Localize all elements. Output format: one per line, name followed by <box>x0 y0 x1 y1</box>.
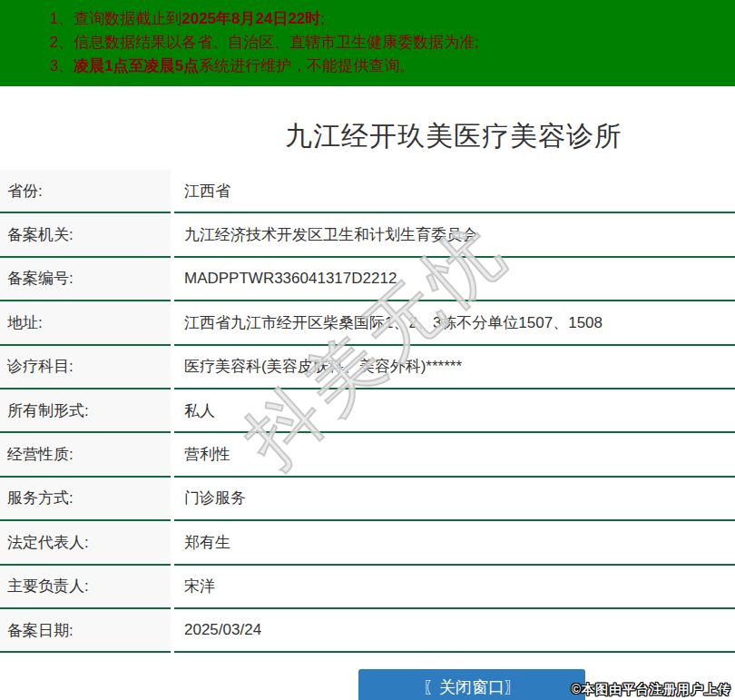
row-value: 医疗美容科(美容皮肤科、美容外科)****** <box>174 346 735 389</box>
row-value: 宋洋 <box>174 566 735 609</box>
notice-text: ; <box>321 10 326 27</box>
notice-number: 2、 <box>50 31 74 54</box>
notice-number: 1、 <box>50 7 74 31</box>
table-row-service-mode: 服务方式: 门诊服务 <box>0 478 735 521</box>
row-label: 地址: <box>0 301 171 345</box>
record-table: 省份: 江西省 备案机关: 九江经济技术开发区卫生和计划生育委员会 备案编号: … <box>0 170 735 653</box>
table-row-filing-number: 备案编号: MADPPTWR336041317D2212 <box>0 258 735 301</box>
row-label: 所有制形式: <box>0 389 171 433</box>
notice-line-3: 3、凌晨1点至凌晨5点系统进行维护，不能提供查询。 <box>50 54 726 78</box>
table-row-filing-authority: 备案机关: 九江经济技术开发区卫生和计划生育委员会 <box>0 213 735 257</box>
row-value: 郑有生 <box>174 521 735 565</box>
row-value: 私人 <box>174 389 735 433</box>
notice-text: 查询数据截止到 <box>74 10 181 27</box>
table-row-province: 省份: 江西省 <box>0 170 735 213</box>
row-label: 法定代表人: <box>0 521 171 565</box>
page-title: 九江经开玖美医疗美容诊所 <box>172 121 735 152</box>
row-label: 服务方式: <box>0 478 171 521</box>
row-label: 诊疗科目: <box>0 346 171 389</box>
row-value: 九江经济技术开发区卫生和计划生育委员会 <box>174 213 735 257</box>
row-value: 2025/03/24 <box>174 609 735 653</box>
row-label: 经营性质: <box>0 433 171 477</box>
row-label: 备案机关: <box>0 213 171 257</box>
row-value: 江西省 <box>174 170 735 213</box>
row-value: 门诊服务 <box>174 478 735 521</box>
table-row-legal-representative: 法定代表人: 郑有生 <box>0 521 735 565</box>
row-label: 备案日期: <box>0 609 171 653</box>
table-row-address: 地址: 江西省九江市经开区柴桑国际1、2、3栋不分单位1507、1508 <box>0 301 735 345</box>
row-label: 省份: <box>0 170 171 213</box>
notice-number: 3、 <box>50 54 74 78</box>
notice-banner: 1、查询数据截止到2025年8月24日22时; 2、信息数据结果以各省、自治区、… <box>0 0 735 86</box>
table-row-filing-date: 备案日期: 2025/03/24 <box>0 609 735 653</box>
close-window-button[interactable]: 〖关闭窗口〗 <box>358 669 585 700</box>
table-row-business-nature: 经营性质: 营利性 <box>0 433 735 477</box>
notice-text-bold: 2025年8月24日22时 <box>181 10 320 27</box>
row-value: 营利性 <box>174 433 735 477</box>
copyright-note: ©本图由平台注册用户上传 <box>572 682 731 698</box>
row-value: MADPPTWR336041317D2212 <box>174 258 735 301</box>
row-label: 主要负责人: <box>0 566 171 609</box>
notice-line-1: 1、查询数据截止到2025年8月24日22时; <box>50 7 726 31</box>
row-label: 备案编号: <box>0 258 171 301</box>
notice-line-2: 2、信息数据结果以各省、自治区、直辖市卫生健康委数据为准; <box>50 31 726 54</box>
table-row-medical-subjects: 诊疗科目: 医疗美容科(美容皮肤科、美容外科)****** <box>0 346 735 389</box>
row-value: 江西省九江市经开区柴桑国际1、2、3栋不分单位1507、1508 <box>174 301 735 345</box>
table-row-main-person-in-charge: 主要负责人: 宋洋 <box>0 566 735 609</box>
notice-text: 信息数据结果以各省、自治区、直辖市卫生健康委数据为准; <box>74 34 479 51</box>
table-row-ownership-form: 所有制形式: 私人 <box>0 389 735 433</box>
notice-text-bold: 凌晨1点至凌晨5点 <box>74 57 199 74</box>
notice-text: 系统进行维护，不能提供查询。 <box>199 57 415 74</box>
